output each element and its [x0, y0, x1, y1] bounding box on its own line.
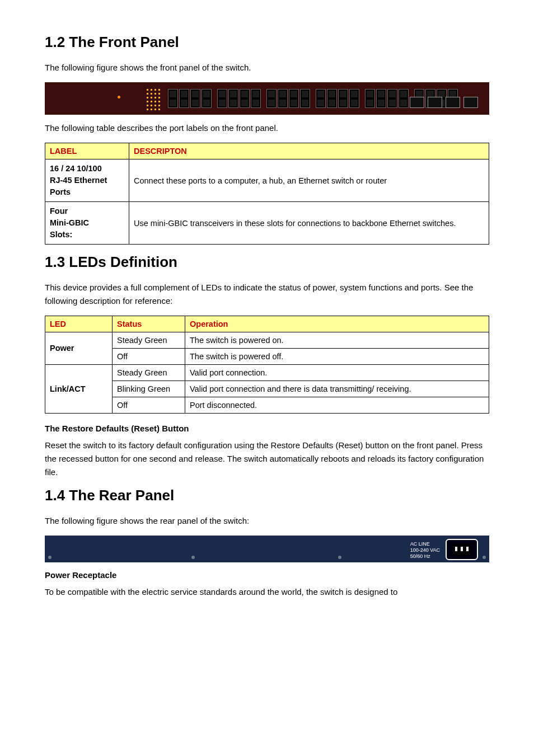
led-row3-op: Valid port connection and there is data …: [185, 381, 489, 397]
table-row: Link/ACT Steady Green Valid port connect…: [45, 365, 489, 381]
table-row: Power Steady Green The switch is powered…: [45, 332, 489, 349]
led-row3-status: Blinking Green: [113, 381, 185, 397]
power-inlet-icon: [446, 539, 478, 560]
led-row1-op: The switch is powered off.: [185, 349, 489, 365]
led-linkact-label: Link/ACT: [45, 365, 113, 414]
fp-row1-label: FourMini-GBICSlots:: [45, 202, 129, 245]
led-th-status: Status: [113, 316, 185, 332]
led-row1-status: Off: [113, 349, 185, 365]
section-1-3-intro: This device provides a full complement o…: [45, 281, 489, 308]
reset-button-heading: The Restore Defaults (Reset) Button: [45, 424, 489, 433]
fp-row0-label: 16 / 24 10/100RJ-45 EthernetPorts: [45, 159, 129, 202]
fp-th-label: LABEL: [45, 143, 129, 159]
led-row0-status: Steady Green: [113, 332, 185, 349]
ac-line-label: AC LINE100-240 VAC50/60 Hz: [410, 541, 440, 559]
leds-table: LED Status Operation Power Steady Green …: [45, 316, 489, 414]
table-row: 16 / 24 10/100RJ-45 EthernetPorts Connec…: [45, 159, 489, 202]
screw-icon: [338, 556, 341, 559]
reset-button-body: Reset the switch to its factory default …: [45, 439, 489, 479]
sfp-slots-block: [410, 97, 478, 108]
led-row2-op: Valid port connection.: [185, 365, 489, 381]
rj45-ports-block: [168, 89, 388, 107]
screw-icon: [191, 556, 195, 559]
led-row2-status: Steady Green: [113, 365, 185, 381]
fp-row1-desc: Use mini-GBIC transceivers in these slot…: [129, 202, 489, 245]
section-1-2-intro: The following figure shows the front pan…: [45, 61, 489, 74]
led-th-op: Operation: [185, 316, 489, 332]
section-1-3-heading: 1.3 LEDs Definition: [45, 253, 489, 271]
power-receptacle-body: To be compatible with the electric servi…: [45, 585, 489, 599]
led-th-led: LED: [45, 316, 113, 332]
power-led-icon: [118, 96, 120, 98]
table-row: FourMini-GBICSlots: Use mini-GBIC transc…: [45, 202, 489, 245]
section-1-4-heading: 1.4 The Rear Panel: [45, 487, 489, 504]
fp-row0-desc: Connect these ports to a computer, a hub…: [129, 159, 489, 202]
screw-icon: [48, 556, 51, 559]
led-matrix-icon: [146, 88, 162, 111]
rear-panel-figure: AC LINE100-240 VAC50/60 Hz: [45, 536, 489, 562]
screw-icon: [483, 556, 486, 559]
power-receptacle-heading: Power Receptacle: [45, 570, 489, 580]
front-panel-figure: [45, 82, 489, 115]
section-1-4-intro: The following figure shows the rear pane…: [45, 514, 489, 528]
front-panel-table-caption: The following table describes the port l…: [45, 121, 489, 135]
led-row4-status: Off: [113, 397, 185, 414]
led-power-label: Power: [45, 332, 113, 365]
led-row0-op: The switch is powered on.: [185, 332, 489, 349]
section-1-2-heading: 1.2 The Front Panel: [45, 34, 489, 51]
fp-th-desc: DESCRIPTON: [129, 143, 489, 159]
front-panel-label-table: LABEL DESCRIPTON 16 / 24 10/100RJ-45 Eth…: [45, 143, 489, 245]
led-row4-op: Port disconnected.: [185, 397, 489, 414]
